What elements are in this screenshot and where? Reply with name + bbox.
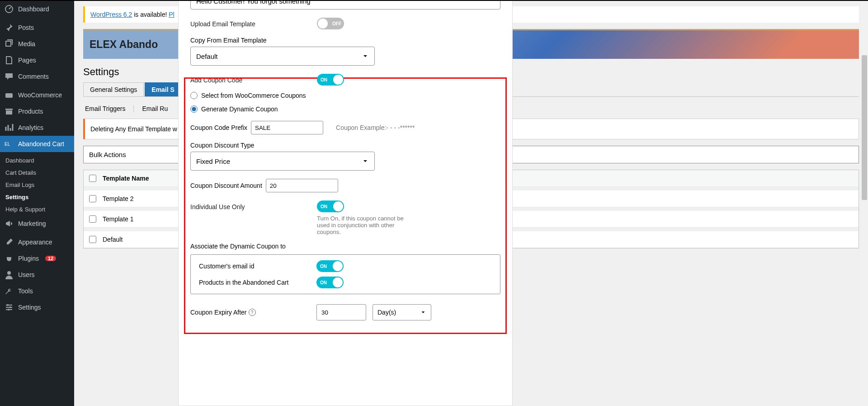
plug-icon [5, 254, 14, 263]
row-checkbox[interactable] [89, 195, 96, 202]
discount-amount-input[interactable] [266, 179, 338, 192]
dashboard-icon [5, 5, 14, 14]
svg-rect-1 [5, 93, 13, 98]
sidebar-item-woocommerce[interactable]: WooCommerce [0, 87, 74, 103]
select-woo-coupons-radio[interactable] [190, 92, 198, 99]
media-icon [5, 39, 14, 48]
add-coupon-label: Add Coupon Code [190, 74, 317, 84]
sidebar-sub-cart-details[interactable]: Cart Details [0, 167, 74, 179]
user-icon [5, 270, 14, 279]
coupon-expiry-input[interactable] [316, 304, 366, 320]
coupon-expiry-label: Coupon Expiry After ? [190, 309, 310, 316]
discount-amount-label: Coupon Discount Amount [190, 182, 262, 189]
sidebar-item-users[interactable]: Users [0, 267, 74, 283]
comment-icon [5, 72, 14, 81]
sidebar-item-plugins[interactable]: Plugins12 [0, 250, 74, 267]
elex-icon: EL [5, 139, 14, 148]
sidebar-item-analytics[interactable]: Analytics [0, 119, 74, 136]
wp-version-link[interactable]: WordPress 6.2 [90, 11, 132, 18]
sliders-icon [5, 303, 14, 312]
assoc-email-toggle[interactable]: ON [316, 260, 344, 272]
page-icon [5, 56, 14, 65]
individual-use-label: Individual Use Only [190, 201, 317, 210]
individual-use-toggle[interactable]: ON [317, 201, 344, 212]
pin-icon [5, 23, 14, 32]
row-checkbox[interactable] [89, 215, 96, 223]
sidebar-sub-help-support[interactable]: Help & Support [0, 203, 74, 215]
email-template-form: Upload Email Template OFF Copy From Emai… [178, 1, 513, 406]
add-coupon-toggle[interactable]: ON [317, 74, 344, 86]
row-checkbox[interactable] [89, 236, 96, 243]
chevron-down-icon [362, 158, 369, 165]
individual-use-hint: Turn On, if this coupon cannot be used i… [317, 215, 416, 235]
upload-template-toggle[interactable]: OFF [317, 18, 344, 29]
chevron-down-icon [420, 309, 426, 315]
coupon-expiry-unit-select[interactable]: Day(s) [373, 304, 431, 320]
discount-type-select[interactable]: Fixed Price [190, 152, 375, 171]
sidebar-item-dashboard[interactable]: Dashboard [0, 1, 74, 17]
coupon-prefix-label: Coupon Code Prefix [190, 124, 247, 131]
sidebar-sub-email-logs[interactable]: Email Logs [0, 179, 74, 191]
chevron-down-icon [362, 53, 369, 60]
archive-icon [5, 107, 14, 116]
woo-icon [5, 91, 14, 100]
update-badge: 12 [45, 256, 56, 261]
scrollbar[interactable] [861, 1, 868, 406]
discount-type-label: Coupon Discount Type [190, 142, 500, 149]
email-subject-input[interactable] [190, 1, 500, 10]
help-icon[interactable]: ? [249, 309, 256, 316]
sidebar-item-pages[interactable]: Pages [0, 52, 74, 68]
associate-coupon-box: Customer's email id ON Products in the A… [190, 254, 500, 294]
sidebar-item-media[interactable]: Media [0, 36, 74, 52]
sidebar-item-abandoned-cart[interactable]: ELAbandoned Cart [0, 136, 74, 152]
subtab-email-ru[interactable]: Email Ru [140, 104, 170, 113]
coupon-example-text: Coupon Example:- - - -****** [336, 124, 415, 131]
sidebar-item-comments[interactable]: Comments [0, 68, 74, 85]
copy-template-select[interactable]: Default [190, 47, 375, 66]
copy-template-label: Copy From Email Template [190, 37, 500, 44]
select-all-checkbox[interactable] [89, 175, 96, 182]
svg-point-4 [7, 304, 9, 306]
brush-icon [5, 238, 14, 247]
sidebar-item-appearance[interactable]: Appearance [0, 234, 74, 250]
megaphone-icon [5, 219, 14, 228]
chart-icon [5, 123, 14, 132]
main-content: WordPress 6.2 is available! Pl ELEX Aban… [74, 1, 868, 406]
upload-template-label: Upload Email Template [190, 18, 317, 28]
tab-email-s[interactable]: Email S [145, 82, 181, 96]
svg-text:EL: EL [5, 142, 10, 147]
subtab-email-triggers[interactable]: Email Triggers [83, 104, 127, 113]
sidebar-item-posts[interactable]: Posts [0, 19, 74, 36]
associate-coupon-label: Associate the Dynamic Coupon to [190, 243, 500, 250]
sidebar-item-settings[interactable]: Settings [0, 299, 74, 315]
sidebar-sub-dashboard[interactable]: Dashboard [0, 154, 74, 167]
wrench-icon [5, 287, 14, 296]
scrollbar-thumb[interactable] [862, 55, 867, 200]
sidebar-sub-settings[interactable]: Settings [0, 191, 74, 203]
svg-point-5 [9, 306, 11, 308]
sidebar-item-marketing[interactable]: Marketing [0, 215, 74, 232]
assoc-products-label: Products in the Abandoned Cart [199, 279, 316, 286]
please-update-link[interactable]: Pl [169, 11, 174, 18]
svg-point-6 [8, 309, 9, 310]
sidebar-item-tools[interactable]: Tools [0, 283, 74, 299]
svg-point-3 [7, 271, 11, 275]
assoc-email-label: Customer's email id [199, 263, 316, 270]
assoc-products-toggle[interactable]: ON [316, 277, 344, 288]
admin-sidebar: DashboardPostsMediaPagesCommentsWooComme… [0, 1, 74, 406]
generate-dynamic-coupon-radio[interactable] [190, 105, 198, 113]
tab-general-settings[interactable]: General Settings [83, 82, 144, 96]
coupon-prefix-input[interactable] [251, 121, 323, 134]
sidebar-item-products[interactable]: Products [0, 103, 74, 119]
